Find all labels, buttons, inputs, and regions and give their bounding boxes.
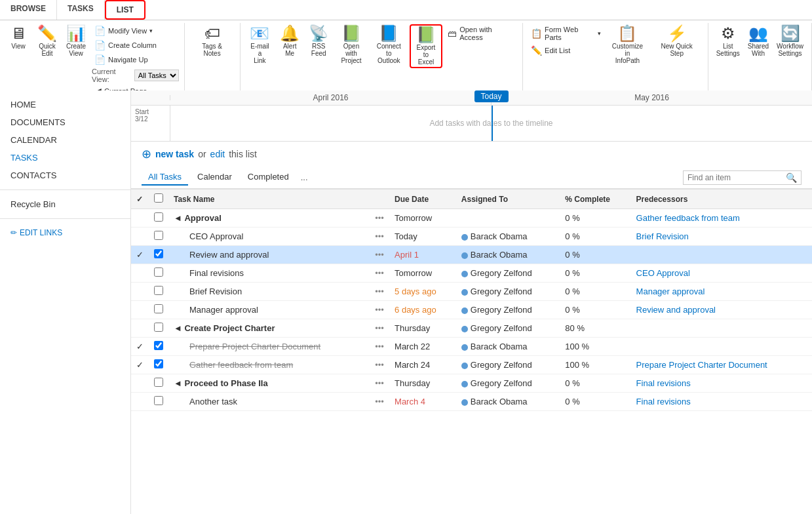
row-predecessors[interactable]: Manager approval [631, 283, 812, 301]
search-input[interactable] [687, 173, 786, 182]
create-view-button[interactable]: 📊 CreateView [63, 24, 89, 58]
new-quick-step-button[interactable]: ⚡ New Quick Step [651, 24, 703, 58]
row-dots-menu[interactable]: ••• [370, 393, 389, 411]
sidebar-item-contacts[interactable]: CONTACTS [0, 167, 130, 184]
tab-more[interactable]: ... [298, 170, 311, 185]
shared-with-button[interactable]: 👥 SharedWith [745, 24, 771, 58]
row-dots-menu[interactable]: ••• [370, 264, 389, 283]
row-predecessors[interactable]: Review and approval [631, 301, 812, 319]
main-content: April 2016 Today May 2016 Start 3/12 Add… [131, 90, 812, 514]
row-checkbox[interactable] [154, 249, 163, 258]
open-project-button[interactable]: 📗 Open withProject [334, 24, 368, 66]
predecessor-link[interactable]: Manager approval [636, 287, 705, 296]
alert-me-button[interactable]: 🔔 AlertMe [277, 24, 303, 58]
outlook-icon: 📘 [379, 26, 398, 41]
row-predecessors[interactable]: CEO Approval [631, 264, 812, 283]
new-task-plus-icon[interactable]: ⊕ [142, 147, 151, 161]
rss-feed-button[interactable]: 📡 RSSFeed [305, 24, 332, 58]
predecessor-link[interactable]: Brief Revision [636, 231, 689, 241]
navigate-up-button[interactable]: 📄 Navigate Up [92, 53, 151, 66]
row-checkbox[interactable] [154, 286, 163, 295]
email-link-button[interactable]: 📧 E-mail aLink [246, 24, 275, 66]
row-checkbox[interactable] [154, 396, 163, 405]
sidebar-item-tasks[interactable]: TASKS [0, 149, 130, 167]
row-check-mark [131, 301, 149, 319]
email-label: E-mail aLink [248, 43, 272, 64]
sidebar-edit-links[interactable]: ✏ EDIT LINKS [0, 224, 130, 241]
current-view-select[interactable]: All Tasks [134, 69, 179, 81]
sidebar-item-documents[interactable]: DOCUMENTS [0, 113, 130, 131]
avatar-dot [461, 234, 468, 241]
row-assigned-to: Gregory Zelfond [456, 264, 560, 283]
quick-edit-button[interactable]: ✏️ QuickEdit [34, 24, 60, 58]
edit-link[interactable]: edit [210, 149, 225, 159]
select-all-checkbox[interactable] [154, 193, 163, 203]
row-dots-menu[interactable]: ••• [370, 283, 389, 301]
row-dots-menu[interactable]: ••• [370, 356, 389, 374]
row-predecessors[interactable]: Gather feedback from team [631, 209, 812, 227]
predecessor-link[interactable]: Prepare Project Charter Document [636, 360, 767, 370]
tab-calendar[interactable]: Calendar [191, 169, 239, 186]
tab-completed[interactable]: Completed [241, 169, 296, 186]
create-column-button[interactable]: 📄 Create Column [92, 39, 159, 52]
outlook-label: Connect toOutlook [374, 43, 404, 64]
row-checkbox[interactable] [154, 267, 163, 277]
row-check-mark [131, 319, 149, 338]
sidebar-item-calendar[interactable]: CALENDAR [0, 131, 130, 149]
row-checkbox[interactable] [154, 231, 163, 240]
sidebar-item-home[interactable]: HOME [0, 96, 130, 113]
tab-browse[interactable]: BROWSE [0, 0, 57, 20]
row-dots-menu[interactable]: ••• [370, 227, 389, 246]
predecessor-link[interactable]: CEO Approval [636, 268, 690, 278]
predecessor-link[interactable]: Final revisions [636, 397, 691, 406]
quick-edit-label: QuickEdit [39, 43, 56, 57]
infopath-icon: 📋 [617, 26, 637, 41]
tab-list[interactable]: LIST [105, 0, 145, 20]
row-predecessors [631, 246, 812, 264]
edit-list-button[interactable]: ✏️ Edit List [528, 44, 604, 57]
row-due-date: Tomorrow [389, 209, 456, 227]
predecessor-link[interactable]: Final revisions [636, 378, 691, 388]
export-excel-button[interactable]: 📗 Export toExcel [410, 24, 442, 68]
row-checkbox[interactable] [154, 304, 163, 313]
row-dots-menu[interactable]: ••• [370, 246, 389, 264]
navigate-up-label: Navigate Up [108, 56, 148, 64]
tab-all-tasks[interactable]: All Tasks [142, 169, 188, 186]
open-access-button[interactable]: 🗃 Open with Access [445, 24, 517, 43]
modify-view-button[interactable]: 📄 Modify View ▾ [92, 24, 155, 37]
row-dots-menu[interactable]: ••• [370, 338, 389, 356]
row-checkbox[interactable] [154, 378, 163, 387]
row-task-name: Brief Revision [168, 283, 370, 301]
list-settings-button[interactable]: ⚙ ListSettings [714, 24, 743, 58]
row-dots-menu[interactable]: ••• [370, 301, 389, 319]
tags-notes-button[interactable]: 🏷 Tags &Notes [199, 24, 225, 58]
row-predecessors[interactable]: Final revisions [631, 374, 812, 393]
predecessor-link[interactable]: Review and approval [636, 305, 716, 315]
view-button[interactable]: 🖥 View [5, 24, 31, 51]
row-dots-menu[interactable]: ••• [370, 209, 389, 227]
col-dots [370, 189, 389, 209]
tab-tasks[interactable]: TASKS [57, 0, 105, 20]
row-due-date: Thursday [389, 319, 456, 338]
row-checkbox[interactable] [154, 212, 163, 222]
row-checkbox[interactable] [154, 359, 163, 368]
row-predecessors[interactable]: Final revisions [631, 393, 812, 411]
table-row: ◄ Proceed to Phase IIa•••ThursdayGregory… [131, 374, 812, 393]
new-task-link[interactable]: new task [155, 149, 194, 159]
search-box[interactable]: 🔍 [683, 170, 802, 185]
connect-outlook-button[interactable]: 📘 Connect toOutlook [371, 24, 407, 66]
row-predecessors[interactable]: Prepare Project Charter Document [631, 356, 812, 374]
predecessor-link[interactable]: Gather feedback from team [636, 213, 740, 223]
customize-infopath-button[interactable]: 📋 Customize inInfoPath [606, 24, 648, 66]
form-web-parts-button[interactable]: 📋 Form Web Parts ▾ [528, 24, 604, 43]
sidebar-item-recycle[interactable]: Recycle Bin [0, 195, 130, 213]
today-button[interactable]: Today [474, 90, 508, 102]
workflow-settings-button[interactable]: 🔄 WorkflowSettings [774, 24, 806, 58]
alert-label: AlertMe [283, 43, 297, 57]
row-predecessors[interactable]: Brief Revision [631, 227, 812, 246]
col-due-date: Due Date [389, 189, 456, 209]
row-dots-menu[interactable]: ••• [370, 319, 389, 338]
row-dots-menu[interactable]: ••• [370, 374, 389, 393]
row-checkbox[interactable] [154, 341, 163, 350]
row-checkbox[interactable] [154, 323, 163, 332]
